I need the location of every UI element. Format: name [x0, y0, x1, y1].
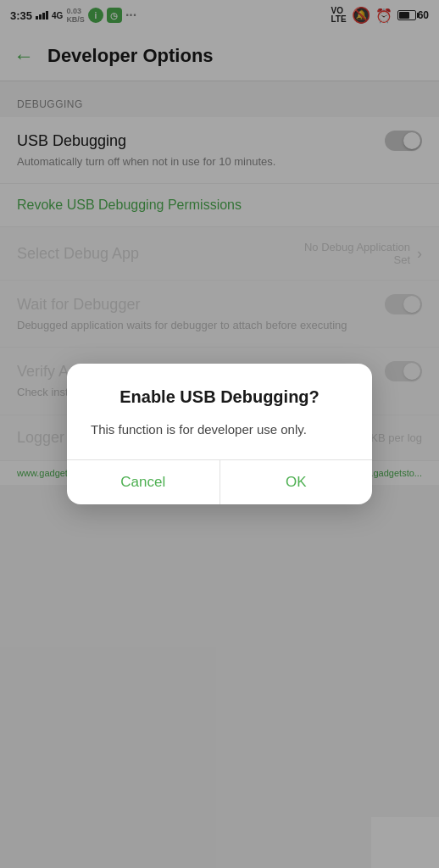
dialog-message: This function is for developer use only.: [87, 420, 352, 440]
dialog-overlay: Enable USB Debugging? This function is f…: [0, 0, 439, 868]
cancel-button[interactable]: Cancel: [67, 460, 220, 504]
dialog-title: Enable USB Debugging?: [87, 387, 352, 407]
ok-button[interactable]: OK: [220, 460, 373, 504]
dialog-actions: Cancel OK: [67, 459, 372, 504]
dialog: Enable USB Debugging? This function is f…: [67, 364, 372, 505]
